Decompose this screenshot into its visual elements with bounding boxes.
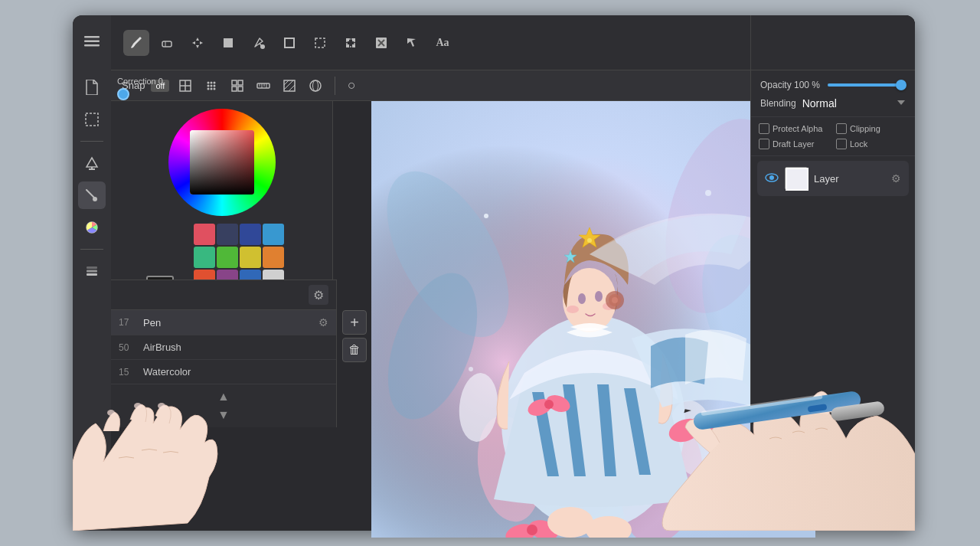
canvas-area[interactable] bbox=[371, 101, 815, 538]
square-tool-btn[interactable] bbox=[276, 30, 302, 56]
scroll-down-btn[interactable]: ▼ bbox=[116, 406, 331, 424]
draft-layer-checkbox[interactable]: Draft Layer bbox=[759, 139, 830, 149]
brush-settings-header-btn[interactable]: ⚙ bbox=[309, 285, 328, 305]
clipping-checkbox[interactable]: Clipping bbox=[836, 123, 907, 134]
undo-icon[interactable] bbox=[78, 459, 106, 486]
swatch-5[interactable] bbox=[217, 247, 238, 268]
correction-handle[interactable] bbox=[117, 88, 129, 100]
swatch-2[interactable] bbox=[240, 224, 261, 245]
layer-item[interactable]: Layer ⚙ bbox=[757, 161, 909, 196]
lock-label: Lock bbox=[850, 139, 867, 149]
svg-rect-26 bbox=[352, 38, 355, 41]
color-wheel-icon[interactable] bbox=[78, 214, 106, 241]
add-brush-btn[interactable]: + bbox=[342, 310, 367, 335]
circle-snap-icon[interactable] bbox=[305, 76, 325, 96]
rect-tool-btn[interactable] bbox=[215, 30, 241, 56]
brush-header: ⚙ bbox=[111, 280, 336, 310]
svg-point-94 bbox=[691, 421, 703, 433]
svg-rect-3 bbox=[86, 113, 98, 126]
svg-point-40 bbox=[214, 84, 216, 87]
svg-point-39 bbox=[211, 84, 213, 87]
swatch-0[interactable] bbox=[194, 224, 215, 245]
protect-alpha-checkbox[interactable]: Protect Alpha bbox=[759, 123, 830, 134]
brush-name-pen: Pen bbox=[143, 317, 161, 329]
delete-brush-btn[interactable]: 🗑 bbox=[342, 338, 367, 362]
right-panel-bottom: + bbox=[751, 492, 915, 531]
svg-rect-45 bbox=[238, 80, 243, 85]
brush-item-watercolor[interactable]: 15 Watercolor bbox=[111, 360, 336, 384]
draft-layer-check bbox=[759, 139, 769, 149]
toolbar-divider bbox=[335, 77, 335, 95]
svg-rect-13 bbox=[162, 41, 172, 47]
swatch-3[interactable] bbox=[263, 224, 284, 245]
svg-rect-28 bbox=[352, 44, 355, 47]
swatch-4[interactable] bbox=[194, 247, 215, 268]
new-file-icon[interactable] bbox=[78, 74, 106, 101]
color-square[interactable] bbox=[190, 130, 254, 195]
correction-label: Correction 0 bbox=[117, 77, 163, 86]
brush-panel: ⚙ 17 Pen ⚙ 50 AirBrush 15 Watercolor + 🗑 bbox=[111, 280, 337, 427]
diagonal-lines-icon[interactable] bbox=[279, 76, 299, 96]
scroll-up-btn[interactable]: ▲ bbox=[116, 387, 331, 406]
selection-icon[interactable] bbox=[78, 106, 106, 133]
pen-tool-btn[interactable] bbox=[123, 30, 149, 56]
layer-visibility-icon[interactable] bbox=[765, 172, 779, 185]
svg-rect-46 bbox=[232, 87, 237, 91]
stamp-icon[interactable] bbox=[78, 149, 106, 177]
dot-grid-icon[interactable] bbox=[201, 76, 221, 96]
ruler-icon[interactable] bbox=[253, 76, 273, 96]
text-tool-btn[interactable]: Aa bbox=[430, 30, 456, 56]
opacity-slider-track[interactable] bbox=[828, 83, 906, 87]
svg-rect-11 bbox=[87, 270, 97, 273]
brush-name-watercolor: Watercolor bbox=[143, 366, 191, 378]
opacity-row: Opacity 100 % bbox=[751, 70, 915, 93]
add-layer-btn[interactable]: + bbox=[760, 501, 783, 524]
pen-settings-icon[interactable]: ⚙ bbox=[318, 316, 328, 329]
opacity-label: Opacity 100 % bbox=[760, 80, 822, 90]
svg-point-89 bbox=[705, 190, 711, 196]
svg-point-88 bbox=[484, 214, 488, 218]
brush-item-pen[interactable]: 17 Pen ⚙ bbox=[111, 310, 336, 335]
layer-settings-btn[interactable]: ⚙ bbox=[891, 172, 901, 185]
svg-point-42 bbox=[211, 87, 213, 90]
select-tool-btn[interactable] bbox=[307, 30, 333, 56]
move-tool-btn[interactable] bbox=[185, 30, 211, 56]
menu-icon[interactable] bbox=[78, 28, 106, 55]
layer-name-label: Layer bbox=[814, 173, 885, 185]
svg-rect-12 bbox=[87, 273, 97, 276]
svg-rect-2 bbox=[84, 44, 100, 47]
opacity-slider-thumb[interactable] bbox=[896, 80, 906, 90]
artwork-svg bbox=[371, 101, 815, 538]
brush-item-airbrush[interactable]: 50 AirBrush bbox=[111, 335, 336, 360]
svg-point-102 bbox=[769, 175, 774, 180]
color-wheel-container[interactable] bbox=[168, 109, 276, 216]
svg-line-56 bbox=[289, 85, 295, 91]
svg-rect-22 bbox=[285, 38, 294, 47]
square-grid-icon[interactable] bbox=[227, 76, 247, 96]
redo-icon[interactable] bbox=[78, 491, 106, 518]
svg-point-43 bbox=[214, 87, 216, 90]
eraser-tool-btn[interactable] bbox=[154, 30, 180, 56]
swatch-1[interactable] bbox=[217, 224, 238, 245]
fill-tool-btn[interactable] bbox=[246, 30, 272, 56]
layer-options: Protect Alpha Clipping Draft Layer Lock bbox=[751, 117, 915, 156]
svg-rect-23 bbox=[315, 38, 325, 47]
svg-point-37 bbox=[214, 81, 216, 83]
arrow-tool-btn[interactable] bbox=[399, 30, 425, 56]
transform-tool-btn[interactable] bbox=[338, 30, 364, 56]
svg-rect-10 bbox=[87, 266, 97, 269]
blending-mode-btn[interactable] bbox=[897, 96, 906, 110]
grid-lines-icon[interactable] bbox=[175, 76, 195, 96]
svg-point-73 bbox=[544, 400, 554, 409]
svg-point-8 bbox=[93, 197, 97, 201]
layers-icon[interactable] bbox=[78, 257, 106, 285]
delete-layer-btn[interactable] bbox=[789, 501, 812, 524]
swatch-6[interactable] bbox=[240, 247, 261, 268]
swatch-7[interactable] bbox=[263, 247, 284, 268]
add-snap-icon[interactable]: ○ bbox=[341, 76, 361, 96]
brush-active-icon[interactable] bbox=[78, 181, 106, 209]
svg-line-54 bbox=[284, 80, 289, 85]
lock-checkbox[interactable]: Lock bbox=[836, 139, 907, 149]
svg-point-91 bbox=[469, 367, 473, 371]
cut-tool-btn[interactable] bbox=[368, 30, 394, 56]
